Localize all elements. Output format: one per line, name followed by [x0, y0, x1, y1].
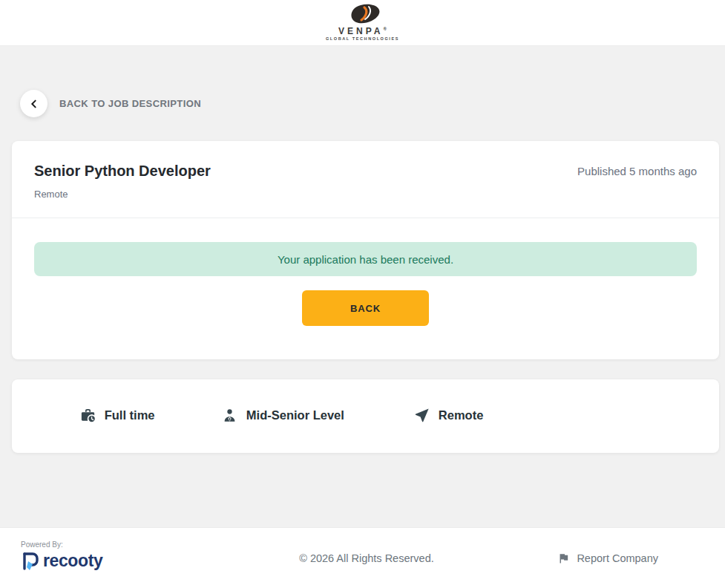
attribute-seniority-level: Mid-Senior Level — [200, 407, 365, 424]
report-company-link[interactable]: Report Company — [557, 552, 658, 564]
chevron-left-icon — [28, 98, 40, 110]
attributes-spacer — [531, 407, 697, 424]
employment-type-label: Full time — [105, 408, 155, 422]
job-card: Senior Python Developer Remote Published… — [12, 141, 719, 359]
seniority-level-label: Mid-Senior Level — [246, 408, 344, 422]
recooty-logo[interactable]: recooty — [21, 551, 102, 571]
powered-by-label: Powered By: — [21, 540, 102, 549]
workplace-type-label: Remote — [439, 408, 484, 422]
job-attributes-card: Full time Mid-Senior Level Remote — [12, 379, 719, 453]
copyright-text: © 2026 All Rights Reserved. — [299, 552, 434, 564]
work-history-icon — [79, 407, 96, 424]
job-title: Senior Python Developer — [34, 161, 211, 181]
application-received-banner: Your application has been received. — [34, 242, 697, 276]
attribute-employment-type: Full time — [34, 407, 200, 424]
venpa-logo-icon — [340, 4, 386, 26]
back-to-job-description-link[interactable]: BACK TO JOB DESCRIPTION — [59, 98, 201, 109]
job-title-block: Senior Python Developer Remote — [34, 161, 211, 200]
page-footer: Powered By: recooty © 2026 All Rights Re… — [0, 527, 725, 588]
job-card-body: Your application has been received. BACK — [12, 218, 719, 359]
top-header-bar: VENPA® GLOBAL TECHNOLOGIES — [0, 0, 725, 46]
job-card-header: Senior Python Developer Remote Published… — [12, 141, 719, 218]
recooty-logo-icon — [21, 552, 40, 571]
back-button[interactable]: BACK — [302, 290, 429, 326]
back-circle-button[interactable] — [20, 90, 47, 117]
recooty-wordmark: recooty — [43, 551, 102, 571]
flag-icon — [557, 552, 570, 564]
job-published-date: Published 5 months ago — [577, 161, 697, 177]
registered-mark: ® — [384, 27, 387, 31]
report-company-label: Report Company — [577, 552, 658, 564]
venpa-logo[interactable]: VENPA® GLOBAL TECHNOLOGIES — [326, 4, 399, 42]
powered-by-block: Powered By: recooty — [21, 540, 102, 571]
venpa-logo-wordmark: VENPA® — [326, 27, 399, 36]
job-location: Remote — [34, 189, 211, 200]
back-nav-row: BACK TO JOB DESCRIPTION — [20, 90, 725, 117]
navigation-icon — [413, 407, 430, 424]
attribute-workplace-type: Remote — [366, 407, 531, 424]
back-button-row: BACK — [34, 290, 697, 326]
venpa-logo-subtitle: GLOBAL TECHNOLOGIES — [326, 37, 399, 42]
person-icon — [221, 407, 238, 424]
